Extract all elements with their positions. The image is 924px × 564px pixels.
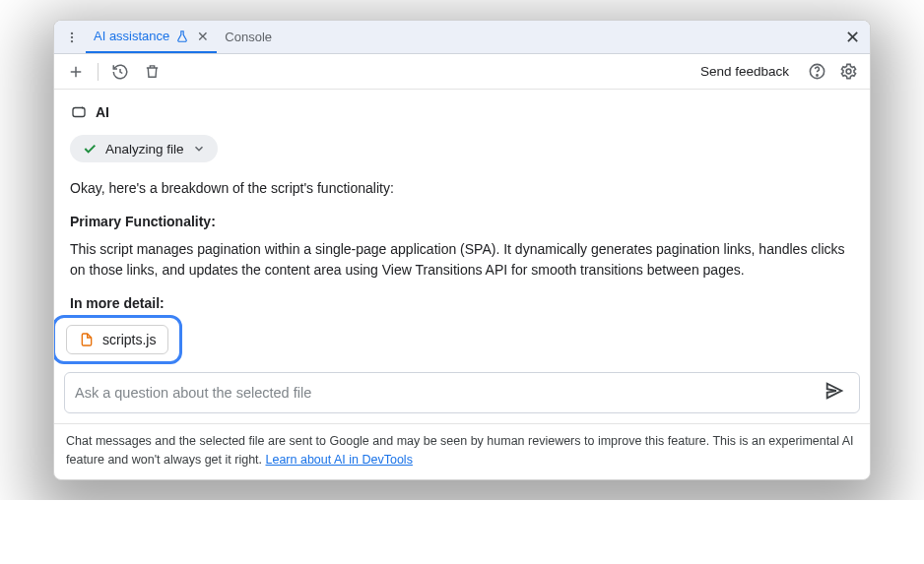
send-button[interactable] [820,376,849,409]
check-icon [82,141,98,157]
toolbar-separator [98,63,99,81]
learn-more-link[interactable]: Learn about AI in DevTools [266,453,413,467]
history-button[interactable] [108,60,132,84]
chat-content: AI Analyzing file Okay, here's a breakdo… [54,90,870,366]
chat-input-row [64,372,860,413]
chevron-down-icon [192,142,206,156]
tab-console[interactable]: Console [217,21,280,53]
svg-point-2 [71,39,73,41]
intro-text: Okay, here's a breakdown of the script's… [70,178,854,200]
settings-button[interactable] [836,60,860,84]
paragraph-primary: This script manages pagination within a … [70,239,854,282]
tab-ai-close[interactable]: ✕ [197,29,209,44]
svg-point-0 [71,31,73,33]
status-chip-label: Analyzing file [105,142,184,157]
tab-ai-assistance[interactable]: AI assistance ✕ [86,21,217,53]
svg-point-1 [71,35,73,37]
ai-header-row: AI [70,103,854,121]
file-chip-label: scripts.js [102,332,156,347]
svg-point-4 [816,75,817,76]
toolbar: Send feedback [54,54,870,90]
tab-menu-button[interactable] [62,28,82,47]
panel-close-button[interactable]: ✕ [838,27,866,48]
status-chip[interactable]: Analyzing file [70,135,218,162]
svg-rect-6 [73,108,85,117]
heading-primary: Primary Functionality: [70,214,854,229]
flask-icon [175,30,189,43]
disclaimer-footer: Chat messages and the selected file are … [54,423,870,479]
delete-button[interactable] [140,60,164,84]
tab-console-label: Console [225,30,272,44]
svg-point-5 [846,69,851,74]
send-feedback-link[interactable]: Send feedback [700,64,789,79]
heading-detail: In more detail: [70,295,854,311]
help-button[interactable] [805,60,828,84]
devtools-panel: AI assistance ✕ Console ✕ Send feedback [53,20,871,480]
file-chip-highlight: scripts.js [58,321,176,358]
tab-strip: AI assistance ✕ Console ✕ [54,21,870,54]
ai-label: AI [96,104,109,120]
ai-sparkle-icon [70,103,88,121]
file-icon [79,332,95,347]
new-chat-button[interactable] [64,60,88,84]
file-chip[interactable]: scripts.js [66,325,168,354]
chat-input[interactable] [75,385,820,401]
disclaimer-text: Chat messages and the selected file are … [66,434,854,467]
tab-ai-label: AI assistance [94,29,169,43]
